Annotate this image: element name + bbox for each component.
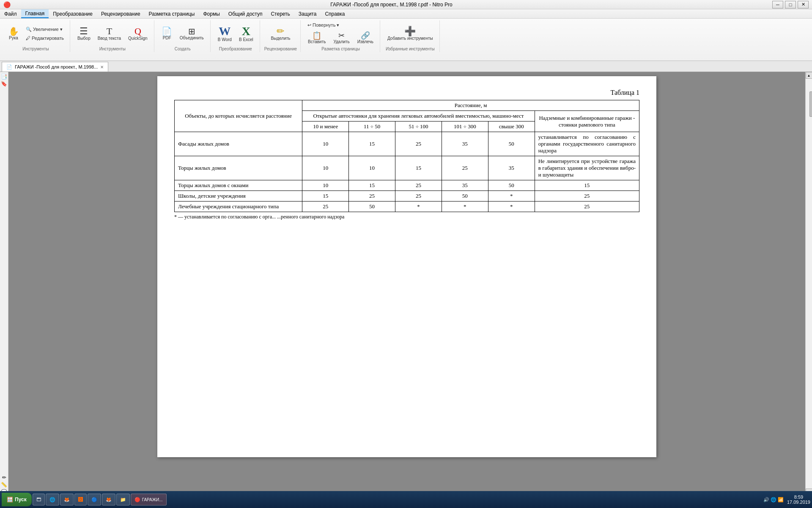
scroll-up-button[interactable]: ▲ (806, 72, 812, 79)
minimize-button[interactable]: ─ (772, 1, 783, 8)
sidebar-icon-2[interactable]: 🔖 (1, 81, 7, 87)
extract-icon: 🔗 (361, 32, 370, 39)
excel-icon: X (242, 25, 250, 37)
row3-val2: 25 (395, 191, 442, 202)
row4-ramp: 25 (535, 202, 639, 212)
extract-button[interactable]: 🔗 Извлечь (354, 30, 376, 46)
ribbon-content: ✋ Рука 🔍 Увеличение ▾ 🖊 Редактировать Ин… (0, 19, 812, 53)
taskbar-item-7[interactable]: 📁 (116, 494, 130, 505)
merge-button[interactable]: ⊞ Объединить (177, 25, 207, 42)
taskbar-item-3[interactable]: 🦊 (60, 494, 74, 505)
close-button[interactable]: ✕ (798, 1, 809, 8)
window-title: ГАРАЖИ -Пособ для проект., М.1998 г.pdf … (11, 2, 772, 8)
taskbar-tray: 🔊 🌐 📶 8:59 17.09.2019 (763, 494, 810, 505)
start-button[interactable]: 🪟 Пуск (2, 493, 32, 506)
to-word-button[interactable]: W В Word (215, 24, 235, 44)
doc-tab-main[interactable]: 📄 ГАРАЖИ -Пособ для проект., М.1998... ✕ (2, 62, 108, 72)
to-excel-button[interactable]: X В Excel (236, 24, 256, 44)
pdf-button[interactable]: 📄 PDF (159, 25, 176, 42)
row2-val4: 50 (488, 180, 535, 191)
zoom-button[interactable]: 🔍 Увеличение ▾ (23, 25, 66, 33)
hand-tool-button[interactable]: ✋ Рука (5, 25, 22, 42)
row0-val1: 15 (349, 132, 395, 156)
ribbon-group-create-buttons: 📄 PDF ⊞ Объединить (159, 21, 207, 46)
sidebar-icon-3[interactable]: ✏ (2, 475, 6, 481)
zoom-icon: 🔍 (26, 27, 32, 32)
highlight-label: Выделить (271, 36, 290, 41)
menu-share[interactable]: Общий доступ (224, 9, 267, 18)
menu-file[interactable]: Файл (0, 9, 21, 18)
hand-icon: ✋ (8, 27, 19, 36)
group7-label: Избранные инструменты (386, 47, 435, 51)
edit-label: Редактировать (32, 36, 64, 41)
ribbon-group-transform: W В Word X В Excel Преобразование (211, 20, 260, 52)
select-icon: ☰ (80, 27, 88, 36)
delete-button[interactable]: ✂ Удалить (330, 30, 352, 46)
doc-tab-close[interactable]: ✕ (100, 65, 104, 69)
row2-val3: 35 (442, 180, 488, 191)
sidebar-icon-1[interactable]: 📑 (1, 74, 7, 80)
taskbar-icon-7: 📁 (120, 497, 126, 502)
menu-layout[interactable]: Разметка страницы (145, 9, 199, 18)
ribbon-group-tools1-buttons: ✋ Рука 🔍 Увеличение ▾ 🖊 Редактировать (5, 21, 66, 46)
ribbon-group-tools1: ✋ Рука 🔍 Увеличение ▾ 🖊 Редактировать Ин… (2, 20, 70, 52)
title-bar-left: 🔴 (3, 1, 11, 8)
highlight-button[interactable]: ✏ Выделить (268, 25, 293, 42)
group3-label: Создать (175, 47, 191, 51)
taskbar-item-1[interactable]: 🗔 (33, 494, 45, 505)
col-header-open: Открытые автостоянки для хранения легков… (302, 111, 535, 121)
taskbar-item-nitro[interactable]: 🔴 ГАРАЖИ... (131, 494, 167, 505)
menu-erase[interactable]: Стереть (266, 9, 294, 18)
taskbar-nitro-label: ГАРАЖИ... (142, 497, 163, 502)
pdf-icon: 📄 (162, 27, 172, 36)
maximize-button[interactable]: □ (785, 1, 796, 8)
taskbar-icon-4: 🅾 (78, 497, 83, 502)
table-row: Школы, детские учреждения 15 25 25 50 * … (175, 191, 639, 202)
select-button[interactable]: ☰ Выбор (74, 25, 93, 42)
menu-home[interactable]: Главная (21, 9, 49, 18)
footnote: * — устанавливается по согласованию с ор… (174, 214, 639, 220)
col-header-object: Объекты, до которых исчисляется расстоян… (175, 100, 302, 132)
row4-val1: 50 (349, 202, 395, 212)
row3-val0: 15 (302, 191, 349, 202)
col-range-0: 10 и менее (302, 121, 349, 132)
row1-object: Торцы жилых домов (175, 156, 302, 180)
menu-review[interactable]: Рецензирование (97, 9, 145, 18)
row0-object: Фасады жилых домов (175, 132, 302, 156)
row1-val3: 25 (442, 156, 488, 180)
ribbon-group-create: 📄 PDF ⊞ Объединить Создать (155, 20, 211, 52)
sidebar-icon-4[interactable]: 📏 (1, 482, 7, 488)
taskbar-icon-6: 🦊 (106, 497, 112, 502)
ribbon: ✋ Рука 🔍 Увеличение ▾ 🖊 Редактировать Ин… (0, 19, 812, 61)
quicksign-button[interactable]: Q QuickSign (125, 25, 151, 42)
merge-label: Объединить (180, 36, 204, 40)
left-sidebar: 📑 🔖 ✏ 📏 💬 (0, 72, 8, 495)
scroll-thumb[interactable] (809, 91, 812, 117)
insert-button[interactable]: 📋 Вставить (305, 30, 329, 46)
clock-date: 17.09.2019 (787, 500, 810, 505)
taskbar-item-5[interactable]: 🔵 (88, 494, 101, 505)
taskbar-item-2[interactable]: 🌐 (46, 494, 59, 505)
edit-icon: 🖊 (26, 36, 30, 41)
table-row: Лечебные учреждения стационарного типа 2… (175, 202, 639, 212)
delete-label: Удалить (333, 39, 349, 44)
add-tools-button[interactable]: ➕ Добавить инструменты (384, 25, 436, 42)
menu-forms[interactable]: Формы (199, 9, 224, 18)
taskbar-icon-nitro: 🔴 (134, 497, 140, 502)
taskbar-item-4[interactable]: 🅾 (74, 494, 87, 505)
start-icon: 🪟 (7, 497, 13, 502)
group5-label: Рецензирование (264, 47, 297, 51)
edit-button[interactable]: 🖊 Редактировать (23, 34, 66, 42)
text-input-button[interactable]: T Ввод текста (95, 25, 124, 42)
row4-object: Лечебные учреждения стационарного типа (175, 202, 302, 212)
main-table: Объекты, до которых исчисляется расстоян… (174, 100, 639, 212)
taskbar-item-6[interactable]: 🦊 (102, 494, 115, 505)
add-tools-icon: ➕ (404, 27, 416, 36)
rotate-button[interactable]: ↩ Повернуть ▾ (305, 21, 376, 29)
menu-protect[interactable]: Защита (294, 9, 321, 18)
menu-help[interactable]: Справка (321, 9, 349, 18)
menu-transform[interactable]: Преобразование (49, 9, 97, 18)
doc-icon: 📄 (6, 64, 12, 70)
row3-ramp: 25 (535, 191, 639, 202)
taskbar-icon-2: 🌐 (49, 497, 55, 502)
